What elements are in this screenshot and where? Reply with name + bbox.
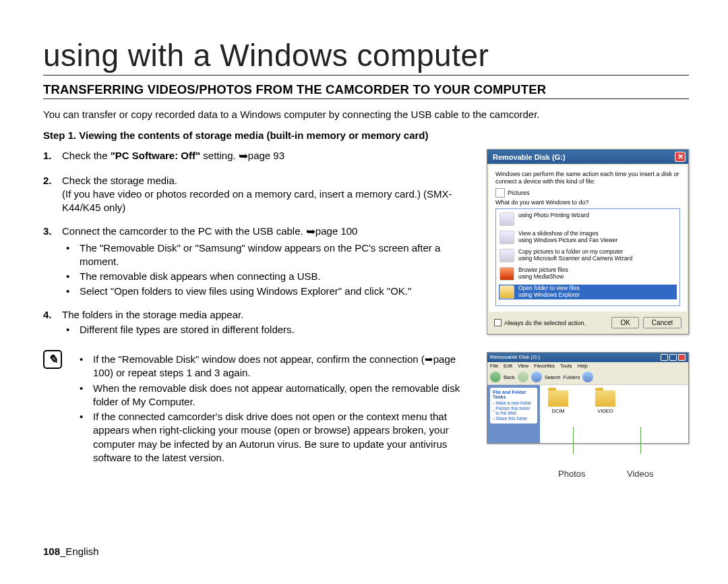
explorer-content[interactable]: DCIM VIDEO bbox=[540, 385, 688, 443]
checkbox-icon[interactable] bbox=[494, 319, 502, 326]
page-footer: 108_English bbox=[43, 546, 99, 557]
bold-text: "PC Software: Off" bbox=[111, 150, 200, 161]
menu-item[interactable]: Edit bbox=[504, 363, 512, 369]
page-number: 108 bbox=[43, 546, 60, 557]
step-number: 2. bbox=[43, 174, 62, 215]
option-item[interactable]: Copy pictures to a folder on my computer… bbox=[499, 248, 677, 263]
step-text: Check the storage media. bbox=[62, 175, 177, 186]
callout-label: Videos bbox=[627, 469, 654, 479]
page-ref-icon: ➥ bbox=[306, 225, 315, 238]
step-text: setting. bbox=[200, 150, 239, 161]
explorer-sidebar: File and Folder Tasks Make a new folder … bbox=[487, 385, 540, 443]
forward-icon[interactable] bbox=[518, 372, 528, 382]
folder-label: VIDEO bbox=[597, 408, 613, 414]
step-text: The folders in the storage media appear. bbox=[62, 309, 243, 320]
option-item[interactable]: View a slideshow of the imagesusing Wind… bbox=[499, 230, 677, 245]
explorer-titlebar[interactable]: Removable Disk (G:) bbox=[487, 353, 688, 362]
mediashow-icon bbox=[499, 267, 514, 281]
back-icon[interactable] bbox=[490, 372, 501, 382]
menu-item[interactable]: Favorites bbox=[534, 363, 555, 369]
step-3: 3. Connect the camcorder to the PC with … bbox=[43, 225, 473, 299]
dialog-title-text: Removable Disk (G:) bbox=[493, 153, 566, 161]
callout-label: Photos bbox=[558, 469, 585, 479]
list-item: Select "Open folders to view files using… bbox=[62, 285, 473, 298]
dialog-message: Windows can perform the same action each… bbox=[495, 171, 680, 185]
close-icon[interactable]: ✕ bbox=[675, 152, 686, 162]
option-item-selected[interactable]: Open folder to view filesusing Windows E… bbox=[499, 285, 677, 299]
pictures-icon bbox=[495, 188, 505, 198]
dialog-prompt: What do you want Windows to do? bbox=[495, 199, 680, 206]
step-1: 1. Check the "PC Software: Off" setting.… bbox=[43, 149, 473, 165]
explorer-window: Removable Disk (G:) File Edit View Favor… bbox=[487, 352, 689, 444]
slideshow-icon bbox=[499, 231, 514, 244]
maximize-icon[interactable] bbox=[669, 354, 677, 361]
list-item: The "Removable Disk" or "Samsung" window… bbox=[62, 241, 473, 269]
folder-label: DCIM bbox=[551, 408, 564, 414]
callout-line bbox=[573, 427, 574, 454]
menu-item[interactable]: View bbox=[518, 363, 528, 369]
intro-text: You can transfer or copy recorded data t… bbox=[43, 109, 689, 120]
list-item: Different file types are stored in diffe… bbox=[62, 323, 473, 337]
page-ref: page 93 bbox=[248, 150, 284, 161]
camera-icon bbox=[499, 249, 514, 262]
close-icon[interactable] bbox=[678, 354, 686, 361]
always-label: Always do the selected action. bbox=[504, 320, 586, 326]
page-language: _English bbox=[60, 546, 99, 557]
menubar[interactable]: File Edit View Favorites Tools Help bbox=[487, 362, 688, 370]
step-subtext: (If you have video or photos recorded on… bbox=[62, 188, 452, 213]
instructions-column: 1. Check the "PC Software: Off" setting.… bbox=[43, 149, 473, 465]
task-link[interactable]: Share this folder bbox=[493, 416, 535, 421]
step-text: Check the bbox=[62, 150, 111, 161]
folder-item[interactable]: VIDEO bbox=[595, 390, 615, 438]
option-item[interactable]: Browse picture filesusing MediaShow bbox=[499, 266, 677, 281]
pictures-label: Pictures bbox=[508, 189, 530, 196]
step-4: 4. The folders in the storage media appe… bbox=[43, 308, 473, 337]
minimize-icon[interactable] bbox=[661, 354, 668, 361]
page-title: using with a Windows computer bbox=[43, 37, 689, 76]
option-item[interactable]: using Photo Printing Wizard bbox=[499, 212, 677, 227]
step-number: 1. bbox=[43, 149, 62, 165]
step-text: Connect the camcorder to the PC with the… bbox=[62, 225, 306, 237]
explorer-title-text: Removable Disk (G:) bbox=[490, 354, 540, 361]
options-listbox[interactable]: using Photo Printing Wizard View a slide… bbox=[495, 208, 680, 306]
page-ref-icon: ➥ bbox=[239, 150, 248, 163]
folders-label[interactable]: Folders bbox=[563, 374, 580, 380]
figures-column: Removable Disk (G:) ✕ Windows can perfor… bbox=[487, 149, 689, 465]
pictures-header: Pictures bbox=[495, 188, 680, 198]
folder-icon bbox=[595, 390, 615, 407]
back-label: Back bbox=[504, 374, 515, 380]
autoplay-dialog: Removable Disk (G:) ✕ Windows can perfor… bbox=[487, 149, 689, 334]
list-item: If the "Removable Disk" window does not … bbox=[75, 353, 473, 380]
window-controls[interactable] bbox=[661, 354, 686, 361]
menu-item[interactable]: Tools bbox=[560, 363, 572, 369]
tasks-panel: File and Folder Tasks Make a new folder … bbox=[490, 388, 537, 424]
folder-open-icon bbox=[499, 285, 514, 299]
task-link[interactable]: Make a new folder bbox=[493, 401, 535, 405]
note-icon: ✎ bbox=[43, 350, 62, 369]
list-item: The removable disk appears when connecti… bbox=[62, 270, 473, 283]
ok-button[interactable]: OK bbox=[611, 317, 638, 328]
callout-line bbox=[640, 427, 641, 454]
menu-item[interactable]: Help bbox=[578, 363, 588, 369]
printer-icon bbox=[499, 212, 514, 226]
menu-item[interactable]: File bbox=[490, 363, 498, 369]
search-label[interactable]: Search bbox=[545, 374, 561, 380]
page-ref: page 100 bbox=[315, 225, 358, 237]
list-item: When the removable disk does not appear … bbox=[75, 382, 473, 409]
always-checkbox-row[interactable]: Always do the selected action. bbox=[494, 319, 586, 326]
list-item: If the connected camcorder's disk drive … bbox=[75, 410, 473, 465]
folder-item[interactable]: DCIM bbox=[548, 390, 568, 438]
step-number: 4. bbox=[43, 308, 62, 337]
panel-title: File and Folder Tasks bbox=[493, 390, 535, 399]
views-icon[interactable] bbox=[582, 372, 593, 382]
up-icon[interactable] bbox=[531, 372, 542, 382]
step-title: Step 1. Viewing the contents of storage … bbox=[43, 129, 689, 141]
toolbar[interactable]: Back Search Folders bbox=[487, 370, 688, 385]
section-heading: TRANSFERRING VIDEOS/PHOTOS FROM THE CAMC… bbox=[43, 82, 689, 99]
dialog-titlebar[interactable]: Removable Disk (G:) ✕ bbox=[487, 150, 688, 164]
folder-icon bbox=[548, 390, 568, 407]
note-block: ✎ If the "Removable Disk" window does no… bbox=[43, 350, 473, 465]
task-link[interactable]: Publish this folder to the Web bbox=[493, 406, 535, 415]
step-number: 3. bbox=[43, 225, 62, 299]
cancel-button[interactable]: Cancel bbox=[643, 317, 681, 328]
